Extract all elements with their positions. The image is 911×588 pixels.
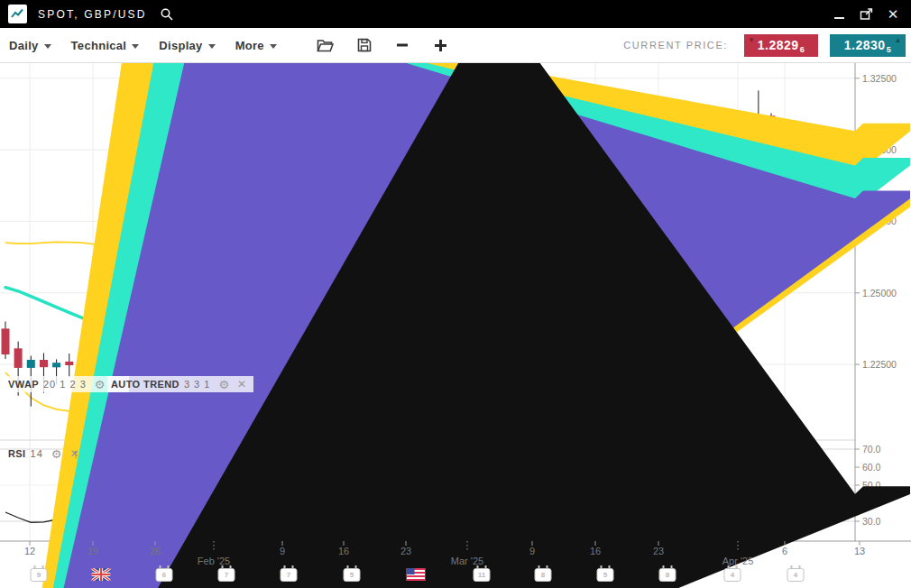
calendar-event-icon[interactable]: 5 — [344, 568, 361, 582]
svg-text:9: 9 — [280, 546, 285, 556]
ask-price-badge: 1.28305 ▲ — [830, 34, 906, 57]
svg-text:16: 16 — [590, 546, 601, 556]
window-title: SPOT, GBP/USD — [38, 8, 147, 21]
svg-text:1.32500: 1.32500 — [862, 73, 897, 84]
svg-text:12: 12 — [24, 546, 35, 556]
chart-area[interactable]: 1.325001.300001.275001.250001.2250070.06… — [0, 63, 911, 588]
zoom-in-button[interactable] — [433, 38, 448, 53]
popout-button[interactable] — [857, 5, 875, 23]
calendar-event-icon[interactable]: 4 — [787, 568, 805, 582]
expand-pane-arrow-icon[interactable]: ↑ — [72, 446, 79, 461]
candle — [14, 348, 23, 368]
gear-icon[interactable]: ⚙ — [218, 380, 229, 390]
svg-text:23: 23 — [653, 546, 664, 556]
app-logo-icon — [8, 5, 27, 23]
svg-text:Feb '25: Feb '25 — [198, 556, 230, 566]
svg-text:30.0: 30.0 — [862, 516, 881, 527]
arrow-up-icon: ▲ — [895, 37, 902, 44]
zoom-out-button[interactable] — [395, 38, 409, 52]
calendar-event-icon[interactable]: 11 — [474, 568, 491, 582]
svg-text:23: 23 — [400, 546, 411, 556]
calendar-event-icon[interactable]: 5 — [597, 568, 614, 582]
svg-text:26: 26 — [150, 546, 161, 556]
candle — [2, 328, 10, 354]
calendar-event-icon[interactable]: 4 — [724, 568, 741, 582]
uk-event-flag[interactable] — [92, 568, 111, 584]
svg-text:Mar '25: Mar '25 — [451, 556, 483, 566]
svg-text:19: 19 — [87, 546, 98, 556]
svg-text:9: 9 — [529, 546, 535, 556]
arrow-down-icon: ▼ — [748, 37, 755, 44]
current-price-label: CURRENT PRICE: — [623, 40, 728, 51]
open-folder-icon[interactable] — [317, 39, 334, 52]
close-icon[interactable]: ✕ — [237, 380, 246, 390]
menu-technical[interactable]: Technical — [71, 39, 140, 52]
svg-text:60.0: 60.0 — [862, 462, 881, 473]
calendar-event-icon[interactable]: 7 — [218, 568, 235, 582]
search-icon[interactable] — [160, 7, 174, 22]
svg-text:1.25000: 1.25000 — [862, 288, 897, 299]
calendar-event-icon[interactable]: 7 — [281, 568, 298, 582]
candle — [40, 360, 48, 367]
window-controls: ✕ — [830, 5, 902, 23]
candle — [52, 363, 60, 367]
chart-application: SPOT, GBP/USD ✕ Daily Technical Display … — [0, 0, 911, 588]
price-chart[interactable]: 1.325001.300001.275001.250001.2250070.06… — [0, 63, 911, 588]
economic-events-row: 967751185844 — [0, 568, 855, 588]
titlebar: SPOT, GBP/USD ✕ — [0, 0, 911, 28]
calendar-event-icon[interactable]: 6 — [156, 568, 173, 582]
svg-text:1.22500: 1.22500 — [862, 359, 897, 370]
svg-text:16: 16 — [338, 546, 349, 556]
uk-flag-icon — [92, 568, 111, 581]
menu-display[interactable]: Display — [159, 39, 215, 52]
us-event-flag[interactable] — [407, 568, 426, 584]
chevron-down-icon — [44, 44, 51, 49]
svg-text:70.0: 70.0 — [862, 444, 881, 455]
us-flag-icon — [407, 568, 426, 581]
menu-more[interactable]: More — [235, 39, 277, 52]
close-button[interactable]: ✕ — [884, 5, 902, 23]
candle — [27, 360, 35, 368]
minimize-button[interactable] — [830, 5, 848, 23]
current-price-area: CURRENT PRICE: ▼ 1.28296 1.28305 ▲ — [623, 34, 906, 57]
calendar-event-icon[interactable]: 8 — [535, 568, 552, 582]
candle — [65, 362, 73, 365]
auto-trend-indicator-label: AUTO TREND 3 3 1 ⚙ ✕ — [107, 376, 253, 392]
save-icon[interactable] — [357, 38, 372, 52]
chevron-down-icon — [208, 44, 216, 49]
gear-icon[interactable]: ⚙ — [95, 380, 106, 390]
chevron-down-icon — [132, 44, 139, 49]
gear-icon[interactable]: ⚙ — [51, 449, 62, 459]
chevron-down-icon — [270, 44, 277, 49]
svg-text:13: 13 — [854, 546, 865, 556]
svg-text:6: 6 — [782, 546, 787, 556]
calendar-event-icon[interactable]: 9 — [31, 568, 48, 582]
toolbar: Daily Technical Display More CURRENT PRI… — [0, 28, 911, 63]
calendar-event-icon[interactable]: 8 — [659, 568, 676, 582]
menu-daily[interactable]: Daily — [9, 39, 51, 52]
bid-price-badge: ▼ 1.28296 — [744, 34, 818, 57]
